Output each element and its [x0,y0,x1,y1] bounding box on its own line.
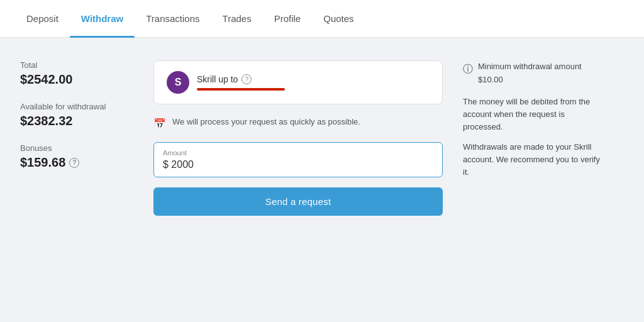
skrill-notice: Withdrawals are made to your Skrill acco… [463,141,601,179]
available-value: $2382.32 [20,114,133,128]
skrill-title: Skrill up to ? [197,74,285,84]
notice-row: 📅 We will process your request as quickl… [153,117,443,130]
total-block: Total $2542.00 [20,60,133,87]
right-panel: ⓘ Minimum withdrawal amount $10.00 The m… [463,60,601,216]
alert-icon: ⓘ [463,61,473,77]
nav-transactions[interactable]: Transactions [135,0,211,38]
right-panel-header: ⓘ Minimum withdrawal amount $10.00 [463,60,601,87]
amount-field-container: Amount [153,142,443,177]
nav-quotes[interactable]: Quotes [312,0,365,38]
bonuses-info-icon[interactable]: ? [69,158,79,168]
skrill-underline [197,88,285,91]
amount-input[interactable] [163,159,433,170]
total-label: Total [20,60,133,70]
left-panel: Total $2542.00 Available for withdrawal … [20,60,133,216]
bonuses-label: Bonuses [20,143,133,153]
skrill-logo: S [167,71,189,94]
amount-label: Amount [163,149,433,157]
available-label: Available for withdrawal [20,102,133,111]
notice-text: We will process your request as quickly … [172,117,360,126]
min-notice: Minimum withdrawal amount $10.00 [478,60,601,87]
skrill-question-icon[interactable]: ? [242,74,252,84]
nav-trades[interactable]: Trades [211,0,263,38]
nav-bar: Deposit Withdraw Transactions Trades Pro… [0,0,644,38]
available-block: Available for withdrawal $2382.32 [20,102,133,128]
skrill-info: Skrill up to ? [197,74,285,91]
center-panel: S Skrill up to ? 📅 We will process your … [153,60,443,216]
skrill-card: S Skrill up to ? [153,60,443,104]
main-content: Total $2542.00 Available for withdrawal … [0,38,644,238]
nav-withdraw[interactable]: Withdraw [70,0,135,38]
nav-profile[interactable]: Profile [263,0,313,38]
send-request-button[interactable]: Send a request [153,187,443,216]
bonuses-block: Bonuses $159.68 ? [20,143,133,170]
total-value: $2542.00 [20,72,133,87]
bonuses-value: $159.68 ? [20,155,133,170]
calendar-icon: 📅 [153,118,166,130]
debit-notice: The money will be debited from the accou… [463,96,601,133]
nav-deposit[interactable]: Deposit [15,0,70,38]
